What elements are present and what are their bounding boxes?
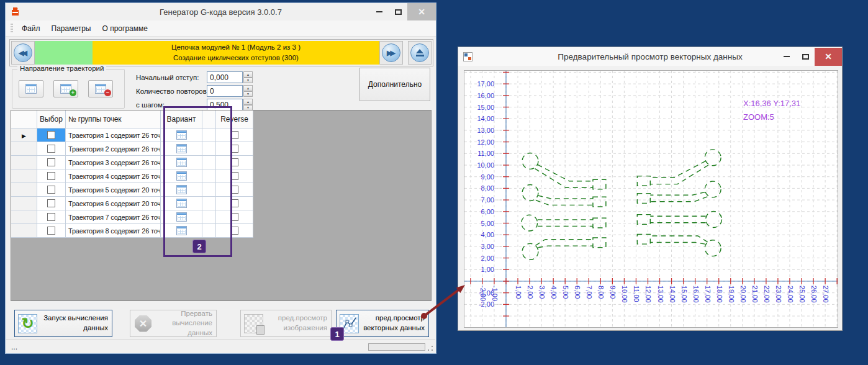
select-checkbox-cell[interactable] xyxy=(37,128,66,142)
next-module-button[interactable] xyxy=(379,41,403,65)
select-checkbox-cell[interactable] xyxy=(37,210,66,224)
direction-button-0[interactable] xyxy=(19,80,43,97)
x-axis-label: 25,00 xyxy=(798,286,806,303)
fast-forward-icon xyxy=(387,49,396,57)
select-checkbox[interactable] xyxy=(47,131,55,139)
row-selector-cell[interactable] xyxy=(11,183,37,197)
select-checkbox[interactable] xyxy=(47,227,55,235)
preview-minimize-button[interactable] xyxy=(777,48,796,65)
x-axis-label: 14,00 xyxy=(669,286,676,303)
spin-up-icon[interactable] xyxy=(243,85,253,91)
field-row-0: Начальный отступ: xyxy=(136,71,206,84)
left-title-bar[interactable]: Генератор G-кода версия 3.0.0.7 xyxy=(6,3,436,20)
preview-close-button[interactable] xyxy=(815,48,842,66)
variant-column-highlight xyxy=(163,106,232,257)
trace-outline xyxy=(536,200,593,205)
additional-button[interactable]: Дополнительно xyxy=(359,68,430,101)
select-checkbox[interactable] xyxy=(47,158,55,166)
x-axis-label: 19,00 xyxy=(728,286,735,303)
maximize-icon xyxy=(802,54,809,60)
select-checkbox-cell[interactable] xyxy=(37,224,66,238)
trace-end-pad xyxy=(593,197,606,207)
row-selector-cell[interactable] xyxy=(11,156,37,169)
row-selector-cell[interactable] xyxy=(11,128,37,142)
direction-button-1[interactable] xyxy=(53,80,78,97)
progress-segment xyxy=(35,41,93,65)
row-selector-cell[interactable] xyxy=(11,197,37,210)
select-checkbox[interactable] xyxy=(47,145,55,153)
table-header-Выбор[interactable]: Выбор xyxy=(37,110,66,128)
y-axis-label: 14,00 xyxy=(477,115,494,122)
spin-up-icon[interactable] xyxy=(243,71,253,78)
stop-icon xyxy=(135,315,151,332)
vector-plot-panel[interactable]: 17,0016,0015,0014,0013,0012,0011,0010,00… xyxy=(464,70,838,328)
menu-item-2[interactable]: О программе xyxy=(96,21,153,36)
minimize-button[interactable] xyxy=(370,4,389,20)
y-axis-label: 16,00 xyxy=(477,92,494,99)
preview-maximize-button[interactable] xyxy=(796,48,815,65)
select-checkbox[interactable] xyxy=(47,186,55,194)
x-axis-label: 3,00 xyxy=(538,286,546,299)
spin-up-icon[interactable] xyxy=(243,99,253,105)
select-checkbox-cell[interactable] xyxy=(37,169,66,183)
banner-line2: Создание циклических отступов (300) xyxy=(93,53,379,63)
x-axis-label: 27,00 xyxy=(822,286,830,303)
menu-item-0[interactable]: Файл xyxy=(16,21,46,36)
field-label-1: Количество повторов: xyxy=(136,88,206,95)
current-row-arrow-icon xyxy=(22,131,26,140)
y-axis-label: -2,00 xyxy=(479,300,494,308)
field-input-1[interactable]: 0 xyxy=(207,85,243,97)
y-axis-label: 15,00 xyxy=(477,104,494,111)
close-button[interactable] xyxy=(407,3,436,20)
cursor-readout: X:16,36 Y:17,31 xyxy=(743,99,800,108)
row-selector-cell[interactable] xyxy=(11,224,37,238)
x-axis-label: 18,00 xyxy=(716,286,723,303)
y-axis-label: 10,00 xyxy=(477,161,494,169)
trace-pad-circle xyxy=(705,181,721,197)
field-row-1: Количество повторов: xyxy=(136,85,206,97)
trace-pad-circle xyxy=(522,185,538,201)
field-input-0[interactable]: 0,000 xyxy=(207,71,243,83)
action-button-0[interactable]: Запуск вычисления данных xyxy=(14,310,112,337)
status-bar: ... xyxy=(6,340,435,353)
y-axis-label: 6,00 xyxy=(481,208,494,215)
menu-item-1[interactable]: Параметры xyxy=(46,21,97,36)
prev-module-button[interactable] xyxy=(11,41,35,65)
x-axis-label: 1,00 xyxy=(515,286,522,299)
select-checkbox-cell[interactable] xyxy=(37,197,66,210)
table-header-col0[interactable] xyxy=(11,110,37,128)
trajectory-name-cell: Траектория 6 содержит 20 точек xyxy=(66,197,161,210)
trace-pad-circle xyxy=(705,240,721,256)
banner-text: Цепочка модулей № 1 (Модуль 2 из 3 ) Соз… xyxy=(93,41,379,65)
x-axis-label: 6,00 xyxy=(574,286,581,299)
row-selector-cell[interactable] xyxy=(11,210,37,224)
eject-icon xyxy=(416,49,424,56)
select-checkbox[interactable] xyxy=(47,199,55,207)
spin-down-icon[interactable] xyxy=(243,78,253,84)
x-axis-label: 15,00 xyxy=(680,286,688,303)
select-checkbox-cell[interactable] xyxy=(37,142,66,156)
row-selector-cell[interactable] xyxy=(11,142,37,156)
right-title-bar[interactable]: Предварительный просмотр векторных данны… xyxy=(458,47,842,66)
select-checkbox-cell[interactable] xyxy=(37,183,66,197)
direction-group-label: Направление траекторий xyxy=(17,65,106,72)
spin-down-icon[interactable] xyxy=(243,91,253,97)
row-selector-cell[interactable] xyxy=(11,169,37,183)
select-checkbox-cell[interactable] xyxy=(37,156,66,169)
action-button-label: пред.просмотр изображения xyxy=(263,313,331,333)
maximize-button[interactable] xyxy=(389,4,407,20)
trajectory-name-cell: Траектория 4 содержит 26 точек xyxy=(66,169,161,183)
trace-outline xyxy=(538,246,593,248)
table-header-№ группы точек[interactable]: № группы точек xyxy=(66,110,161,128)
resize-grip[interactable] xyxy=(427,345,434,352)
y-axis-label: 8,00 xyxy=(481,184,494,192)
eject-button[interactable] xyxy=(408,41,432,65)
refresh-icon xyxy=(21,316,34,331)
action-button-2: пред.просмотр изображения xyxy=(240,310,332,337)
x-axis-label: 11,00 xyxy=(633,286,640,302)
select-checkbox[interactable] xyxy=(47,213,55,221)
trajectory-name-cell: Траектория 1 содержит 26 точек xyxy=(66,128,161,142)
select-checkbox[interactable] xyxy=(47,172,55,180)
trace-outline xyxy=(536,240,593,246)
direction-button-2[interactable] xyxy=(88,80,113,97)
